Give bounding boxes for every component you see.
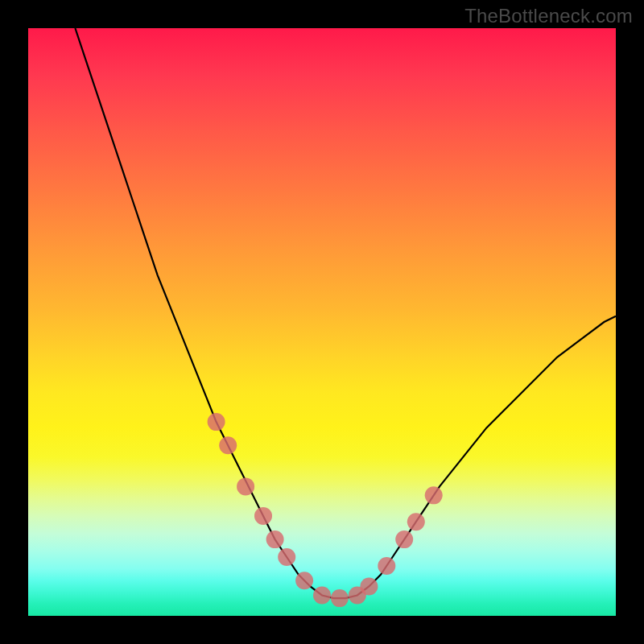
marker-dot: [254, 507, 272, 525]
marker-dot: [331, 589, 349, 607]
watermark-text: TheBottleneck.com: [464, 5, 633, 27]
marker-dot: [266, 530, 284, 548]
marker-dot: [378, 557, 395, 575]
bottleneck-curve: [75, 28, 616, 598]
marker-dot: [237, 477, 254, 495]
chart-plot-area: [28, 28, 616, 616]
marker-dot: [425, 486, 443, 504]
chart-svg: [28, 28, 616, 616]
marker-dot: [360, 578, 378, 596]
marker-dot: [395, 530, 413, 548]
marker-dot: [278, 548, 295, 566]
marker-dot: [219, 436, 237, 454]
marker-dot: [208, 413, 225, 431]
marker-dot: [295, 572, 313, 589]
marker-dot: [313, 586, 331, 604]
marker-dot: [407, 513, 425, 530]
